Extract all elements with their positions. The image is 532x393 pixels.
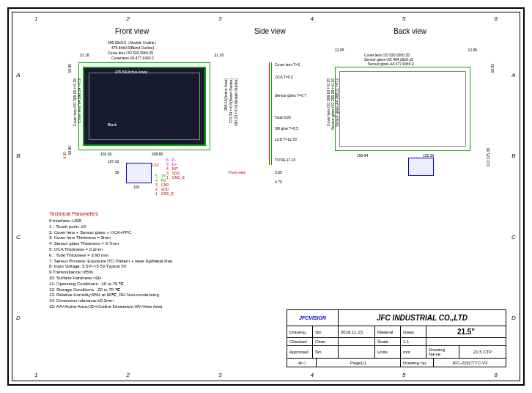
tb-drawing-lbl: Drawing xyxy=(287,326,313,337)
dim-10722: 107.22 xyxy=(108,159,119,164)
side-profile xyxy=(269,62,270,165)
dim-1895b: 18.95 xyxy=(67,146,72,155)
col-num: 5 xyxy=(402,15,405,22)
dim-bsensor-va: Sensor glass AA 477.64±0.2 xyxy=(368,62,414,66)
side-view-title: Side view xyxy=(254,27,286,35)
ruler-bottom: 1 2 3 4 5 6 xyxy=(34,370,498,379)
logo: JFCVISION xyxy=(299,315,326,320)
pins-left: 5、TX 4、RX 3、GND 2、VDD 1、GND_E xyxy=(155,174,174,196)
tb-checked-lbl: Checked xyxy=(287,338,313,345)
dim-538: 5.38 xyxy=(486,148,490,155)
tb-glass: Glass xyxy=(401,326,426,337)
dim-cover-va: Cover lens VA 477.64±0.2 xyxy=(111,56,154,60)
company-name: JFC INDUSTRIAL CO.,LTD xyxy=(377,314,468,322)
dim-1895t: 18.95 xyxy=(67,64,72,73)
row-letter: B xyxy=(511,153,515,159)
projection-icon: ⊕◁ xyxy=(298,360,306,365)
dim-module-outline: 495.60±0.5（Module Outline） xyxy=(108,40,158,45)
row-letter: D xyxy=(511,315,516,321)
col-num: 6 xyxy=(495,372,498,378)
col-num: 1 xyxy=(34,372,37,378)
col-num: 4 xyxy=(311,15,314,22)
tb-scale-lbl: Scale xyxy=(375,338,401,345)
tb-date: 2016.11.15 xyxy=(339,326,375,337)
technical-parameters: Technical Parameters 0:Interface :USB 1：… xyxy=(49,210,172,310)
row-letter: A xyxy=(511,72,515,78)
front-active-area xyxy=(89,73,200,140)
tech-item: 15: AA=Active Area;OD=Outline Dimeesion;… xyxy=(49,304,172,310)
tb-page: Page1/1 xyxy=(317,359,401,367)
label-black: Black xyxy=(108,122,117,127)
dim-2118r: 21.18 xyxy=(214,53,223,57)
dim-20880: 208.80 xyxy=(152,152,163,156)
back-connector xyxy=(408,158,434,176)
tb-dno-lbl: Drawing No. xyxy=(401,359,434,367)
tb-sin2: Sin xyxy=(313,346,339,358)
tech-item: 9:Transmittance:>85% xyxy=(49,270,172,276)
dim-50: 50 xyxy=(115,170,119,175)
dim-active-v: 268.11(Active Area) xyxy=(223,78,228,111)
tb-scale: 1:1 xyxy=(401,338,426,345)
tb-sin: Sin xyxy=(313,326,339,337)
front-view: 495.60±0.5（Module Outline） 479.84±0.5(Be… xyxy=(78,49,225,196)
dim-b19594: 195.94 xyxy=(357,153,368,158)
tb-units-lbl: Units xyxy=(375,346,401,358)
side-sensor: Sensor glass T=0.7 xyxy=(275,93,306,98)
ruler-left: A B C D xyxy=(14,34,23,359)
dim-bezel-outline: 479.84±0.5(Bezel Outline) xyxy=(111,45,154,50)
tech-title: Technical Parameters xyxy=(49,210,172,217)
tech-item: 2: Cover lens + Sensor glass + OCA+FPC xyxy=(49,230,172,236)
row-letter: A xyxy=(16,72,20,78)
tb-material-lbl: Material xyxy=(375,326,401,337)
dim-active-area: 476.64(Active Area) xyxy=(115,70,147,74)
tech-item: 3: Cover lens Thickness = 3mm xyxy=(49,235,172,241)
tech-item: 8: Input Voltage: 3.5V~>5.5V,Typical 5V xyxy=(49,264,172,270)
tech-item: 12: Storage Conditions: -20 to 70 ℃ xyxy=(49,287,172,293)
dim-1295l: 12.95 xyxy=(335,48,344,52)
dim-10236: 102.36 xyxy=(100,152,111,156)
col-num: 3 xyxy=(218,15,221,22)
dim-bezel-v: 273.34±0.5(Bezel Outline) xyxy=(229,78,233,123)
row-letter: D xyxy=(16,315,21,321)
inner-frame: 1 2 3 4 5 6 1 2 3 4 5 6 A B C D A B C D … xyxy=(12,12,520,381)
tb-approved-lbl: Approved xyxy=(287,346,313,358)
tech-item: 14: Dimension tolerance:±0.2mm xyxy=(49,298,172,304)
dim-b11312: 113.12 xyxy=(486,155,490,166)
row-letter: C xyxy=(16,234,21,240)
dim-module-v: 290.23±0.5(Module Outline) xyxy=(234,78,238,126)
dim-bsensor-aav: Sensor glass AA 268.11±0.2 xyxy=(335,78,339,127)
tb-chen: Chen xyxy=(313,338,339,345)
tech-item: 4: Sensor glass Thickness = 0.7mm xyxy=(49,241,172,247)
tb-dno: JFC-215CTYC-V3 xyxy=(434,359,506,367)
ruler-top: 1 2 3 4 5 6 xyxy=(34,14,498,23)
tb-dname-lbl: Drawing Name xyxy=(426,346,459,358)
tb-units: mm xyxy=(401,346,426,358)
tech-item: 6：Total Thickness = 3.90 mm xyxy=(49,253,172,259)
ruler-right: A B C D xyxy=(509,34,518,359)
title-block: JFCVISION JFC INDUSTRIAL CO.,LTD Drawing… xyxy=(287,309,506,367)
front-view-title: Front view xyxy=(115,27,149,35)
side-cover: Cover lens T=3 xyxy=(275,62,300,67)
side-total390: Total 3.90 xyxy=(275,115,291,120)
side-total1710: TOTAL17.10 xyxy=(275,158,295,162)
side-470: 4.70 xyxy=(275,180,282,184)
row-letter: C xyxy=(511,234,516,240)
side-profile2 xyxy=(271,62,272,165)
back-inner xyxy=(339,71,466,147)
dim-493: 4.93 xyxy=(62,152,67,159)
tech-item: 1：Touch point: 10 xyxy=(49,224,172,230)
col-num: 4 xyxy=(311,372,314,378)
dim-cover-od: Cover lens OD 520.00±0.25 xyxy=(108,51,153,55)
col-num: 2 xyxy=(127,15,130,22)
side-view: Cover lens T=3 OCA T=0.2 Sensor glass T=… xyxy=(254,49,298,196)
col-num: 5 xyxy=(402,372,405,378)
col-num: 6 xyxy=(495,15,498,22)
front-view-arrow: Front view xyxy=(229,170,245,175)
dim-2118l: 21.18 xyxy=(80,53,89,57)
drawing-frame: 1 2 3 4 5 6 1 2 3 4 5 6 A B C D A B C D … xyxy=(7,7,525,386)
tb-size: 21.5" xyxy=(426,326,506,337)
back-view-title: Back view xyxy=(394,27,426,35)
back-view: 12.95 12.95 Cover lens OD 520.00±0.25 Se… xyxy=(335,49,481,196)
side-glue: 3M glue T=0.5 xyxy=(275,126,298,131)
tech-item: 10: Surface Hardness:>6H xyxy=(49,276,172,282)
